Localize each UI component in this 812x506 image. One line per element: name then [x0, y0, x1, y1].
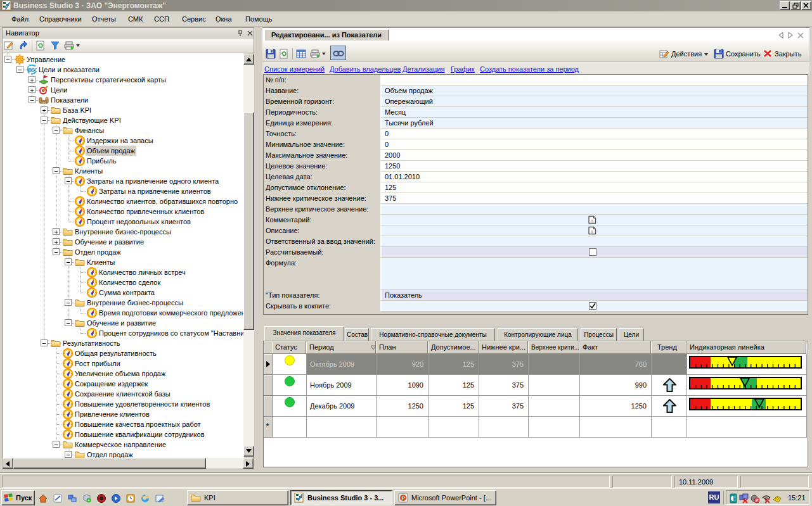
svg-text:P: P: [402, 495, 406, 501]
svg-text:BSC: BSC: [29, 67, 37, 73]
svg-text:a: a: [591, 218, 594, 224]
svg-text:a: a: [591, 229, 594, 234]
